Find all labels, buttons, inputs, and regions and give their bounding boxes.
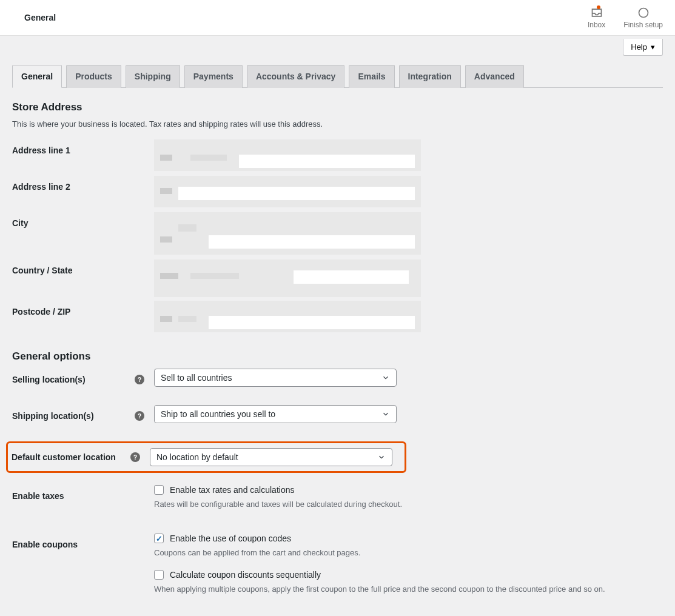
enable-coupons-hint: Coupons can be applied from the cart and… bbox=[154, 547, 663, 559]
inbox-button[interactable]: Inbox bbox=[588, 7, 605, 29]
label-country: Country / State bbox=[12, 259, 154, 275]
circle-icon bbox=[637, 7, 650, 19]
tab-payments[interactable]: Payments bbox=[184, 65, 243, 88]
svg-point-0 bbox=[639, 8, 648, 17]
city-input[interactable] bbox=[154, 212, 421, 255]
country-input[interactable] bbox=[154, 259, 421, 297]
chevron-down-icon bbox=[381, 373, 390, 382]
tabs: General Products Shipping Payments Accou… bbox=[12, 65, 663, 88]
general-options-heading: General options bbox=[12, 350, 663, 363]
default-location-select[interactable]: No location by default bbox=[150, 448, 392, 466]
address1-input[interactable] bbox=[154, 139, 421, 171]
page-title: General bbox=[24, 13, 56, 22]
topbar-actions: Inbox Finish setup bbox=[588, 7, 663, 29]
row-city: City bbox=[12, 212, 663, 259]
tab-products[interactable]: Products bbox=[66, 65, 121, 88]
label-default-location: Default customer location ? bbox=[12, 452, 150, 462]
store-address-heading: Store Address bbox=[12, 101, 663, 113]
row-address1: Address line 1 bbox=[12, 139, 663, 176]
row-selling-locations: Selling location(s) ? Sell to all countr… bbox=[12, 369, 663, 405]
help-wrap: Help ▾ bbox=[12, 36, 663, 56]
help-button[interactable]: Help ▾ bbox=[623, 39, 663, 56]
calc-seq-hint: When applying multiple coupons, apply th… bbox=[154, 583, 663, 595]
row-address2: Address line 2 bbox=[12, 176, 663, 212]
calc-seq-checkbox[interactable] bbox=[154, 570, 164, 580]
label-city: City bbox=[12, 212, 154, 228]
tab-advanced[interactable]: Advanced bbox=[465, 65, 524, 88]
label-enable-coupons: Enable coupons bbox=[12, 534, 154, 549]
tab-emails[interactable]: Emails bbox=[349, 65, 394, 88]
label-enable-taxes: Enable taxes bbox=[12, 485, 154, 501]
enable-coupons-cb-label: Enable the use of coupon codes bbox=[170, 534, 291, 543]
store-address-desc: This is where your business is located. … bbox=[12, 119, 663, 129]
label-selling-locations: Selling location(s) ? bbox=[12, 369, 154, 384]
shipping-locations-value: Ship to all countries you sell to bbox=[161, 409, 275, 419]
enable-coupons-checkbox[interactable] bbox=[154, 534, 164, 543]
enable-taxes-cb-label: Enable tax rates and calculations bbox=[170, 485, 294, 495]
notification-dot bbox=[597, 5, 600, 9]
help-label: Help bbox=[631, 42, 647, 52]
selling-locations-select[interactable]: Sell to all countries bbox=[154, 369, 397, 387]
label-shipping-locations: Shipping location(s) ? bbox=[12, 405, 154, 421]
default-location-value: No location by default bbox=[156, 452, 238, 462]
inbox-label: Inbox bbox=[588, 21, 605, 29]
label-address2: Address line 2 bbox=[12, 176, 154, 192]
row-postcode: Postcode / ZIP bbox=[12, 301, 663, 337]
chevron-down-icon bbox=[377, 453, 386, 461]
row-enable-taxes: Enable taxes Enable tax rates and calcul… bbox=[12, 485, 663, 534]
address2-input[interactable] bbox=[154, 176, 421, 207]
help-icon[interactable]: ? bbox=[135, 375, 144, 384]
highlighted-default-location: Default customer location ? No location … bbox=[6, 441, 406, 473]
help-icon[interactable]: ? bbox=[135, 411, 144, 421]
tab-integration[interactable]: Integration bbox=[399, 65, 461, 88]
tab-general[interactable]: General bbox=[12, 65, 62, 88]
calc-seq-cb-label: Calculate coupon discounts sequentially bbox=[170, 570, 321, 580]
finish-setup-label: Finish setup bbox=[623, 21, 663, 29]
enable-taxes-checkbox-row: Enable tax rates and calculations bbox=[154, 485, 663, 495]
postcode-input[interactable] bbox=[154, 301, 421, 332]
enable-coupons-checkbox-row: Enable the use of coupon codes bbox=[154, 534, 663, 543]
calc-seq-checkbox-row: Calculate coupon discounts sequentially bbox=[154, 570, 663, 580]
enable-taxes-checkbox[interactable] bbox=[154, 485, 164, 495]
row-shipping-locations: Shipping location(s) ? Ship to all count… bbox=[12, 405, 663, 441]
content: Help ▾ General Products Shipping Payment… bbox=[0, 36, 675, 616]
help-icon[interactable]: ? bbox=[130, 452, 140, 462]
tab-shipping[interactable]: Shipping bbox=[126, 65, 180, 88]
enable-taxes-hint: Rates will be configurable and taxes wil… bbox=[154, 498, 663, 511]
selling-locations-value: Sell to all countries bbox=[161, 373, 232, 383]
row-enable-coupons: Enable coupons Enable the use of coupon … bbox=[12, 534, 663, 606]
row-country: Country / State bbox=[12, 259, 663, 301]
tab-accounts-privacy[interactable]: Accounts & Privacy bbox=[247, 65, 345, 88]
shipping-locations-select[interactable]: Ship to all countries you sell to bbox=[154, 405, 397, 423]
chevron-down-icon: ▾ bbox=[651, 42, 655, 52]
label-postcode: Postcode / ZIP bbox=[12, 301, 154, 316]
topbar: General Inbox Finish setup bbox=[0, 0, 675, 36]
chevron-down-icon bbox=[381, 410, 390, 418]
finish-setup-button[interactable]: Finish setup bbox=[623, 7, 663, 29]
label-address1: Address line 1 bbox=[12, 139, 154, 155]
